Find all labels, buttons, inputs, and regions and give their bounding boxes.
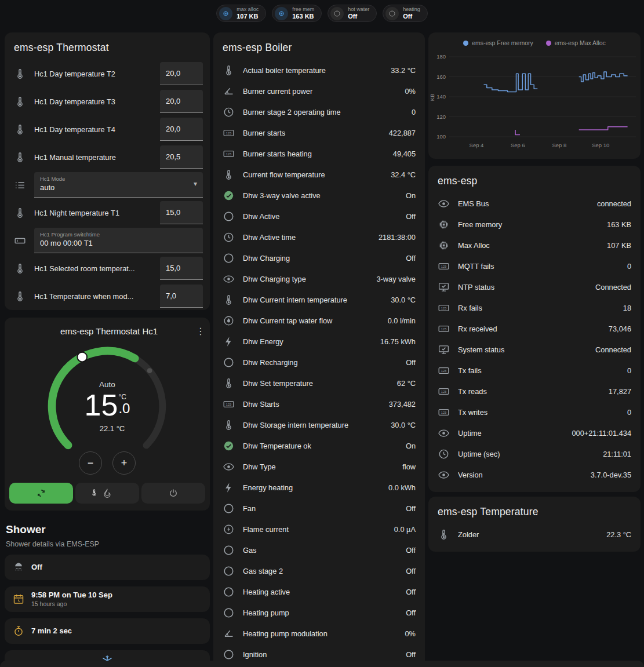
legend-item-ems-esp-max-alloc[interactable]: ems-esp Max Alloc	[546, 39, 606, 46]
entity-row[interactable]: Zolder 22.3 °C	[428, 524, 641, 545]
shower-card[interactable]: 7 min 2 sec	[5, 618, 210, 644]
entity-label: Dhw Energy	[243, 337, 372, 346]
entity-row[interactable]: Burner current power 0%	[213, 81, 425, 101]
entity-row[interactable]: Heating pump modulation 0%	[213, 623, 425, 644]
entity-row[interactable]: 123 Burner starts 422,887	[213, 122, 425, 143]
badge-heating[interactable]: heating Off	[383, 5, 428, 22]
entity-row[interactable]: Dhw Active Off	[213, 206, 425, 227]
badge-hot-water[interactable]: hot water Off	[328, 5, 377, 22]
number-input[interactable]: 15,0	[160, 201, 203, 224]
hvac-mode-auto-button[interactable]	[9, 483, 73, 504]
dial-card-header: ems-esp Thermostat Hc1	[5, 318, 210, 337]
hvac-mode-heat-button[interactable]	[75, 483, 139, 504]
text-input[interactable]: Hc1 Program switchtime 00 mo 00:00 T1	[34, 228, 203, 253]
entity-row[interactable]: 123 Tx reads 17,827	[428, 381, 641, 402]
entity-row[interactable]: Gas stage 2 Off	[213, 560, 425, 581]
number-input[interactable]: 7,0	[160, 285, 203, 308]
network-check-icon	[438, 344, 450, 356]
shower-card-value: 7 min 2 sec	[31, 626, 72, 636]
entity-row[interactable]: Dhw 3-way valve active On	[213, 185, 425, 206]
entity-row[interactable]: Dhw Charging type 3-way valve	[213, 268, 425, 289]
entity-row[interactable]: Gas Off	[213, 540, 425, 560]
entity-row[interactable]: Dhw Charging Off	[213, 247, 425, 268]
power-icon	[168, 488, 179, 498]
entity-row[interactable]: Dhw Current tap water flow 0.0 l/min	[213, 310, 425, 331]
number-input[interactable]: 20,5	[160, 145, 203, 169]
thermometer-icon	[14, 263, 26, 275]
entity-row[interactable]: Energy heating 0.0 kWh	[213, 477, 425, 498]
svg-text:140: 140	[436, 93, 446, 100]
entity-row[interactable]: 123 Tx writes 0	[428, 402, 641, 422]
number-input[interactable]: 20,0	[160, 62, 203, 85]
entity-row[interactable]: Dhw Active time 2181:38:00	[213, 227, 425, 247]
entity-row[interactable]: Dhw Recharging Off	[213, 352, 425, 373]
entity-label: Free memory	[458, 220, 599, 229]
hvac-mode-off-button[interactable]	[141, 483, 205, 504]
entity-row[interactable]: Actual boiler temperature 33.2 °C	[213, 60, 425, 81]
mode-select[interactable]: Hc1 Mode auto	[34, 172, 203, 198]
entity-row[interactable]: Dhw Energy 16.75 kWh	[213, 331, 425, 352]
temp-increase-button[interactable]: +	[112, 451, 136, 475]
badge-icon-wrap	[275, 7, 288, 20]
entity-label: Burner stage 2 operating time	[243, 108, 403, 116]
entity-row[interactable]: Uptime 000+21:11:01.434	[428, 422, 641, 443]
water-pump-icon	[223, 315, 235, 327]
entity-row[interactable]: 123 Rx fails 18	[428, 297, 641, 318]
entity-label: Dhw Current tap water flow	[243, 316, 380, 325]
entity-row[interactable]: Dhw Temperature ok On	[213, 435, 425, 456]
memory-chart-plot: 100120140160180Sep 4Sep 6Sep 8Sep 10KB	[428, 32, 641, 159]
thermostat-row: Hc1 Program switchtime 00 mo 00:00 T1	[5, 227, 210, 254]
entity-row[interactable]: 123 Burner starts heating 49,405	[213, 143, 425, 164]
shower-card[interactable]: 9:58 PM on Tue 10 Sep 15 hours ago	[5, 586, 210, 612]
entity-label: Hc1 Temperature when mod...	[34, 292, 152, 301]
entity-row[interactable]: Free memory 163 KB	[428, 214, 641, 235]
shower-section-subtitle: Shower details via EMS-ESP	[6, 540, 209, 548]
field-value: 00 mo 00:00 T1	[40, 239, 188, 247]
badge-free-mem[interactable]: free mem 163 KB	[272, 5, 322, 22]
hvac-mode-buttons	[5, 475, 210, 504]
number-input[interactable]: 20,0	[160, 90, 203, 113]
thermometer-icon	[223, 64, 235, 76]
dial-handle[interactable]	[77, 352, 87, 362]
badge-icon-wrap	[385, 7, 399, 20]
circle-icon	[333, 10, 341, 17]
entity-row[interactable]: Dhw Type flow	[213, 456, 425, 477]
entity-row[interactable]: 123 Dhw Starts 373,482	[213, 393, 425, 414]
entity-row[interactable]: 123 MQTT fails 0	[428, 256, 641, 276]
flash-icon	[223, 482, 235, 494]
svg-text:123: 123	[441, 327, 446, 330]
entity-row[interactable]: EMS Bus connected	[428, 193, 641, 214]
entity-row[interactable]: Heating pump Off	[213, 602, 425, 623]
entity-row[interactable]: System status Connected	[428, 339, 641, 360]
entity-row[interactable]: NTP status Connected	[428, 276, 641, 297]
entity-row[interactable]: Current flow temperature 32.4 °C	[213, 164, 425, 185]
temperature-stepper: − +	[5, 451, 210, 475]
number-input[interactable]: 20,0	[160, 118, 203, 141]
eye-icon	[438, 198, 450, 210]
entity-row[interactable]: Uptime (sec) 21:11:01	[428, 443, 641, 464]
circle-icon	[223, 356, 235, 369]
entity-row[interactable]: Dhw Storage intern temperature 30.0 °C	[213, 414, 425, 435]
entity-row[interactable]: 123 Tx fails 0	[428, 360, 641, 381]
entity-row[interactable]: Flame current 0.0 µA	[213, 519, 425, 540]
entity-row[interactable]: Dhw Current intern temperature 30.0 °C	[213, 289, 425, 310]
badge-max-alloc[interactable]: max alloc 107 KB	[216, 5, 266, 22]
thermometer-icon	[223, 294, 235, 306]
entity-row[interactable]: Fan Off	[213, 498, 425, 519]
shower-card[interactable]: Off	[5, 555, 210, 580]
temp-decrease-button[interactable]: −	[79, 451, 102, 475]
number-input[interactable]: 15,0	[160, 257, 203, 280]
entity-row[interactable]: Burner stage 2 operating time 0	[213, 101, 425, 122]
entity-row[interactable]: Dhw Set temperature 62 °C	[213, 373, 425, 393]
entity-row[interactable]: Heating active Off	[213, 581, 425, 602]
thermometer-icon	[223, 169, 235, 181]
entity-row[interactable]: Max Alloc 107 KB	[428, 235, 641, 256]
svg-text:123: 123	[441, 264, 446, 268]
entity-row[interactable]: Version 3.7.0-dev.35	[428, 464, 641, 485]
entity-row[interactable]: 123 Rx received 73,046	[428, 318, 641, 339]
entity-label: Heating active	[243, 588, 398, 596]
dots-vertical-icon[interactable]	[196, 326, 204, 337]
thermometer-icon	[223, 377, 235, 389]
badge-icon-wrap	[219, 7, 232, 20]
legend-item-ems-esp-free-memory[interactable]: ems-esp Free memory	[463, 39, 533, 46]
